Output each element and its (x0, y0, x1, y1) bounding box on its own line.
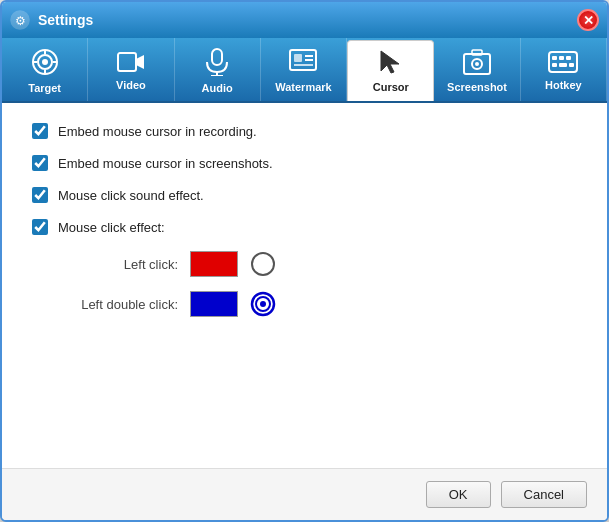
video-icon (117, 51, 145, 77)
checkbox-embed-cursor-screenshots-label: Embed mouse cursor in screenshots. (58, 156, 273, 171)
left-double-click-label: Left double click: (58, 297, 178, 312)
tab-target-label: Target (28, 82, 61, 94)
footer: OK Cancel (2, 468, 607, 520)
content-area: Embed mouse cursor in recording. Embed m… (2, 103, 607, 468)
checkbox-row-embed-recording: Embed mouse cursor in recording. (32, 123, 577, 139)
tab-bar: Target Video Audio (2, 38, 607, 103)
svg-rect-25 (552, 56, 557, 60)
left-double-click-circle-icon[interactable] (250, 291, 276, 317)
left-click-circle-icon[interactable] (250, 251, 276, 277)
svg-marker-10 (136, 55, 144, 69)
hotkey-icon (548, 51, 578, 77)
title-bar: ⚙ Settings ✕ (2, 2, 607, 38)
checkbox-embed-cursor-recording[interactable] (32, 123, 48, 139)
checkbox-row-mouse-sound: Mouse click sound effect. (32, 187, 577, 203)
checkbox-mouse-click-effect-label: Mouse click effect: (58, 220, 165, 235)
left-click-label: Left click: (58, 257, 178, 272)
svg-rect-15 (294, 54, 302, 62)
svg-rect-29 (559, 63, 567, 67)
checkbox-row-embed-screenshots: Embed mouse cursor in screenshots. (32, 155, 577, 171)
svg-marker-19 (381, 51, 399, 73)
svg-text:⚙: ⚙ (15, 14, 26, 28)
ok-button[interactable]: OK (426, 481, 491, 508)
svg-rect-9 (118, 53, 136, 71)
tab-screenshot-label: Screenshot (447, 81, 507, 93)
svg-rect-11 (212, 49, 222, 65)
title-bar-icon: ⚙ (10, 10, 30, 30)
left-click-color[interactable] (190, 251, 238, 277)
tab-video-label: Video (116, 79, 146, 91)
close-button[interactable]: ✕ (577, 9, 599, 31)
checkbox-mouse-click-sound[interactable] (32, 187, 48, 203)
tab-cursor[interactable]: Cursor (347, 40, 434, 101)
window-title: Settings (38, 12, 577, 28)
svg-rect-30 (569, 63, 574, 67)
tab-target[interactable]: Target (2, 38, 88, 101)
tab-watermark[interactable]: Watermark (261, 38, 347, 101)
svg-rect-22 (472, 50, 482, 55)
left-double-click-color[interactable] (190, 291, 238, 317)
svg-rect-28 (552, 63, 557, 67)
tab-cursor-label: Cursor (373, 81, 409, 93)
tab-video[interactable]: Video (88, 38, 174, 101)
svg-point-4 (42, 59, 48, 65)
settings-window: ⚙ Settings ✕ Target (0, 0, 609, 522)
svg-rect-24 (549, 52, 577, 72)
left-click-row: Left click: (58, 251, 577, 277)
watermark-icon (289, 49, 317, 79)
svg-point-31 (252, 253, 274, 275)
svg-point-23 (475, 62, 479, 66)
checkbox-row-mouse-effect: Mouse click effect: (32, 219, 577, 235)
audio-icon (205, 48, 229, 80)
checkbox-embed-cursor-recording-label: Embed mouse cursor in recording. (58, 124, 257, 139)
left-double-click-row: Left double click: (58, 291, 577, 317)
tab-hotkey-label: Hotkey (545, 79, 582, 91)
screenshot-icon (463, 49, 491, 79)
tab-hotkey[interactable]: Hotkey (521, 38, 607, 101)
svg-point-34 (260, 301, 266, 307)
cursor-icon (379, 49, 403, 79)
svg-rect-27 (566, 56, 571, 60)
cancel-button[interactable]: Cancel (501, 481, 587, 508)
tab-screenshot[interactable]: Screenshot (434, 38, 520, 101)
tab-audio[interactable]: Audio (175, 38, 261, 101)
checkbox-mouse-click-effect[interactable] (32, 219, 48, 235)
checkbox-mouse-click-sound-label: Mouse click sound effect. (58, 188, 204, 203)
target-icon (31, 48, 59, 80)
checkbox-embed-cursor-screenshots[interactable] (32, 155, 48, 171)
tab-audio-label: Audio (202, 82, 233, 94)
tab-watermark-label: Watermark (275, 81, 331, 93)
svg-rect-26 (559, 56, 564, 60)
